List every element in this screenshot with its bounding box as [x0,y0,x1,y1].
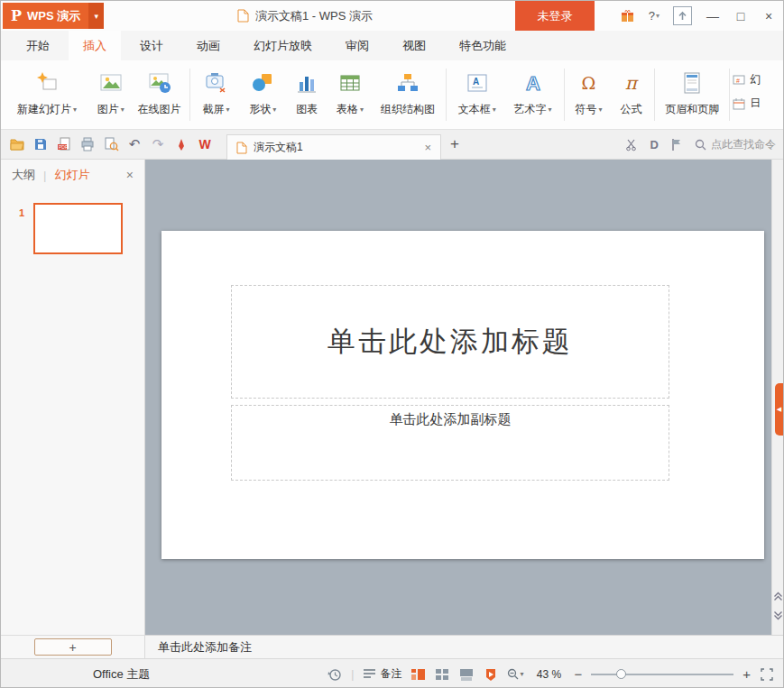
subtitle-placeholder[interactable]: 单击此处添加副标题 [231,405,669,481]
zoom-slider-knob[interactable] [616,669,626,679]
new-slide-button[interactable]: 新建幻灯片▾ [5,60,89,129]
tab-special-features[interactable]: 特色功能 [445,31,521,60]
chevron-down-icon: ▾ [656,12,659,20]
date-time-button[interactable]: 日 [733,96,783,111]
notes-lines-icon [363,668,376,680]
title-placeholder[interactable]: 单击此处添加标题 [231,285,669,399]
help-button[interactable]: ? ▾ [649,9,659,23]
document-icon [237,9,249,23]
login-button[interactable]: 未登录 [515,1,595,31]
panel-close-icon[interactable]: × [126,168,134,182]
tab-close-icon[interactable]: × [424,141,431,154]
command-search[interactable]: 点此查找命令 [695,137,776,152]
tab-slideshow[interactable]: 幻灯片放映 [239,31,327,60]
picture-button[interactable]: 图片▾ [89,60,133,129]
undo-icon[interactable]: ↶ [124,133,145,156]
new-slide-icon [35,69,59,97]
app-logo-menu[interactable]: P WPS 演示 ▾ [3,3,104,29]
screenshot-button[interactable]: 截屏▾ [193,60,240,129]
slide-number-icon: # [733,74,745,87]
tab-home[interactable]: 开始 [12,31,64,60]
textbox-icon: A [466,69,489,97]
pi-formula-icon: π [625,69,637,97]
chevron-down-icon: ▾ [226,105,229,114]
online-picture-icon [148,69,171,97]
zoom-in-button[interactable]: + [742,667,751,681]
calendar-icon [733,97,745,110]
task-pane-toggle[interactable]: ◀ [775,383,783,436]
slide-thumbnail-number: 1 [19,207,24,218]
slide-sorter-view-button[interactable] [435,667,450,682]
zoom-percentage[interactable]: 43 % [532,668,565,681]
up-arrow-box-icon[interactable] [673,6,692,25]
app-name: WPS 演示 [27,8,80,24]
notes-toggle[interactable]: 备注 [363,666,401,682]
slide-canvas[interactable]: 单击此处添加标题 单击此处添加副标题 [161,231,764,559]
reading-view-button[interactable] [459,667,475,682]
maximize-button[interactable]: □ [733,9,748,23]
chevron-down-icon: ▾ [549,105,552,114]
tab-insert[interactable]: 插入 [69,31,121,60]
add-slide-button[interactable]: + [34,638,112,656]
wordart-button[interactable]: A 艺术字▾ [505,60,561,129]
tab-slides[interactable]: 幻灯片 [54,167,89,183]
flag-icon[interactable] [670,138,683,151]
tab-view[interactable]: 视图 [388,31,440,60]
document-tab[interactable]: 演示文稿1 × [226,134,441,160]
print-icon[interactable] [77,133,98,156]
search-icon [695,139,706,151]
fit-to-window-icon[interactable] [760,667,774,682]
save-icon[interactable] [30,133,51,156]
chart-icon [295,69,318,97]
tab-design[interactable]: 设计 [125,31,178,60]
zoom-slider[interactable] [591,668,733,681]
play-slideshow-button[interactable] [484,667,498,682]
tab-outline[interactable]: 大纲 [12,167,35,183]
open-folder-icon[interactable] [6,133,28,156]
docer-icon[interactable]: D [650,138,659,151]
online-picture-button[interactable]: 在线图片 [133,60,187,129]
org-chart-button[interactable]: 组织结构图 [373,60,443,129]
slide-number-button[interactable]: # 幻 [733,72,783,87]
minimize-button[interactable]: — [706,9,720,23]
symbol-button[interactable]: Ω 符号▾ [567,60,611,129]
next-slide-icon[interactable] [773,610,783,620]
theme-label[interactable]: Office 主题 [93,659,150,688]
zoom-out-button[interactable]: − [574,667,582,681]
zoom-preset-dropdown[interactable]: ▾ [507,668,523,681]
header-footer-button[interactable]: 页眉和页脚 [658,60,726,129]
redo-icon[interactable]: ↷ [147,133,169,156]
previous-slide-icon[interactable] [773,592,783,601]
wps-writer-icon[interactable]: W [194,133,216,156]
gift-icon[interactable] [620,8,635,23]
tab-animation[interactable]: 动画 [182,31,235,60]
shapes-icon [251,69,274,97]
shapes-button[interactable]: 形状▾ [239,60,286,129]
print-preview-icon[interactable] [100,133,122,156]
ribbon-separator [446,69,447,121]
close-button[interactable]: × [761,9,776,23]
scissors-icon[interactable] [625,138,639,151]
textbox-button[interactable]: A 文本框▾ [449,60,505,129]
magnifier-icon [507,668,520,681]
app-menu-dropdown[interactable]: ▾ [88,3,104,29]
wps-logo-icon: P [11,7,22,24]
new-tab-button[interactable]: + [450,135,459,153]
ribbon-separator [654,69,655,121]
normal-view-button[interactable] [410,667,426,682]
chart-button[interactable]: 图表 [286,60,327,129]
omega-symbol-icon: Ω [582,69,596,97]
titlebar: P WPS 演示 ▾ 演示文稿1 - WPS 演示 未登录 ? ▾ [1,1,783,31]
chevron-down-icon: ▾ [598,105,602,114]
table-button[interactable]: 表格▾ [327,60,373,129]
export-pdf-icon[interactable]: PDF [53,133,75,156]
tab-review[interactable]: 审阅 [331,31,383,60]
history-icon[interactable] [327,667,342,682]
statusbar: Office 主题 | 备注 ▾ [1,658,783,688]
document-title-text: 演示文稿1 - WPS 演示 [255,8,373,24]
slide-thumbnail[interactable] [33,203,123,254]
pen-icon[interactable] [171,133,192,156]
formula-button[interactable]: π 公式 [610,60,651,129]
svg-text:#: # [736,78,740,84]
notes-area[interactable]: 单击此处添加备注 [145,635,784,658]
